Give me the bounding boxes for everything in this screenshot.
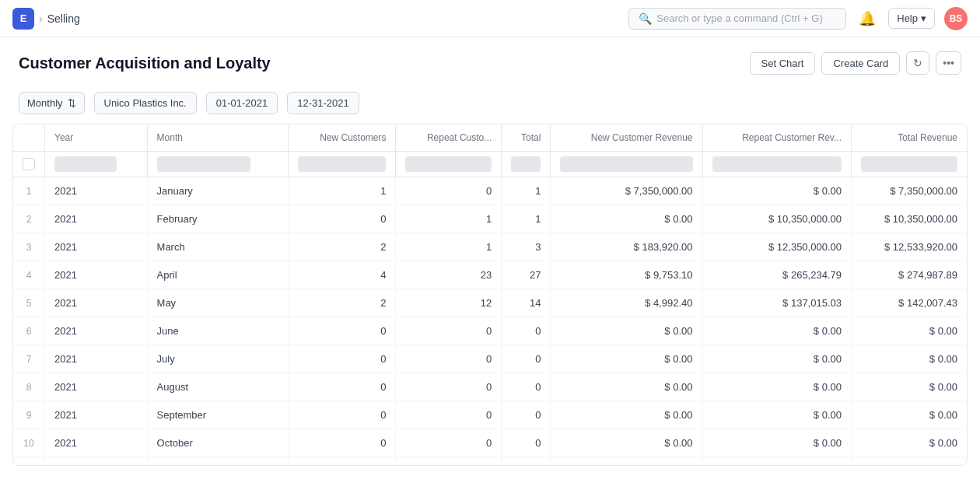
- row-index: 6: [13, 317, 45, 345]
- filter-repeat-cust-cell[interactable]: [396, 152, 502, 177]
- cell-total-revenue: $ 0.00: [851, 401, 967, 429]
- date-from-filter[interactable]: 01-01-2021: [206, 92, 278, 114]
- cell-new-revenue: $ 7,350,000.00: [551, 177, 702, 205]
- cell-total-revenue: $ 142,007.43: [851, 289, 967, 317]
- create-card-button[interactable]: Create Card: [821, 52, 900, 75]
- cell-repeat-customers: 23: [396, 261, 502, 289]
- set-chart-button[interactable]: Set Chart: [750, 52, 816, 75]
- cell-month: July: [147, 345, 289, 373]
- cell-new-revenue: $ 0.00: [551, 317, 702, 345]
- refresh-button[interactable]: ↻: [906, 51, 929, 75]
- cell-month: October: [147, 429, 289, 457]
- col-index: [13, 124, 45, 152]
- filter-new-rev-cell[interactable]: [551, 152, 702, 177]
- cell-repeat-customers: 0: [396, 177, 502, 205]
- table-row: 6 2021 June 0 0 0 $ 0.00 $ 0.00 $ 0.00: [13, 317, 967, 345]
- cell-month: May: [147, 289, 289, 317]
- cell-new-customers: 1: [289, 177, 396, 205]
- cell-repeat-customers: 0: [396, 457, 502, 467]
- row-index: 10: [13, 429, 45, 457]
- cell-repeat-customers: 0: [396, 401, 502, 429]
- cell-total-revenue: $ 274,987.89: [851, 261, 967, 289]
- cell-total: 0: [502, 345, 551, 373]
- table-row: 3 2021 March 2 1 3 $ 183,920.00 $ 12,350…: [13, 233, 967, 261]
- table-row: 9 2021 September 0 0 0 $ 0.00 $ 0.00 $ 0…: [13, 401, 967, 429]
- cell-month: March: [147, 233, 289, 261]
- cell-month: February: [147, 205, 289, 233]
- cell-new-revenue: $ 0.00: [551, 373, 702, 401]
- cell-repeat-revenue: $ 10,350,000.00: [702, 205, 851, 233]
- cell-total: 0: [502, 457, 551, 467]
- cell-month: January: [147, 177, 289, 205]
- search-icon: 🔍: [639, 12, 652, 25]
- top-navigation: E › Selling 🔍 Search or type a command (…: [0, 0, 980, 37]
- app-logo[interactable]: E: [12, 8, 34, 30]
- cell-total: 0: [502, 429, 551, 457]
- help-button[interactable]: Help ▾: [888, 8, 935, 29]
- filter-total-cell[interactable]: [502, 152, 551, 177]
- cell-new-customers: 0: [289, 345, 396, 373]
- row-index: 2: [13, 205, 45, 233]
- table-row: 8 2021 August 0 0 0 $ 0.00 $ 0.00 $ 0.00: [13, 373, 967, 401]
- cell-year: 2021: [45, 401, 148, 429]
- period-filter[interactable]: Monthly ⇅: [19, 92, 85, 114]
- cell-new-customers: 0: [289, 373, 396, 401]
- cell-year: 2021: [45, 233, 148, 261]
- cell-new-revenue: $ 0.00: [551, 205, 702, 233]
- col-month[interactable]: Month: [147, 124, 289, 152]
- cell-total-revenue: $ 7,350,000.00: [851, 177, 967, 205]
- cell-repeat-customers: 0: [396, 345, 502, 373]
- col-year[interactable]: Year: [45, 124, 148, 152]
- cell-repeat-revenue: $ 0.00: [702, 373, 851, 401]
- filter-total-rev-cell[interactable]: [851, 152, 967, 177]
- filter-month-cell[interactable]: [147, 152, 289, 177]
- cell-year: 2021: [45, 289, 148, 317]
- col-new-customers[interactable]: New Customers: [289, 124, 396, 152]
- date-to-filter[interactable]: 12-31-2021: [287, 92, 359, 114]
- filter-new-cust-cell[interactable]: [289, 152, 396, 177]
- header-action-buttons: Set Chart Create Card ↻ •••: [750, 51, 961, 75]
- user-avatar[interactable]: BS: [944, 7, 968, 30]
- cell-new-revenue: $ 0.00: [551, 401, 702, 429]
- company-filter[interactable]: Unico Plastics Inc.: [94, 92, 197, 114]
- cell-new-customers: 2: [289, 289, 396, 317]
- row-index: 1: [13, 177, 45, 205]
- cell-new-customers: 0: [289, 317, 396, 345]
- more-options-button[interactable]: •••: [936, 51, 961, 75]
- cell-new-revenue: $ 0.00: [551, 345, 702, 373]
- chevron-down-icon: ⇅: [68, 97, 76, 109]
- col-total[interactable]: Total: [502, 124, 551, 152]
- cell-year: 2021: [45, 429, 148, 457]
- filter-repeat-rev-cell[interactable]: [702, 152, 851, 177]
- cell-repeat-customers: 1: [396, 205, 502, 233]
- cell-repeat-revenue: $ 0.00: [702, 401, 851, 429]
- col-repeat-revenue[interactable]: Repeat Customer Rev...: [702, 124, 851, 152]
- col-new-revenue[interactable]: New Customer Revenue: [551, 124, 702, 152]
- cell-repeat-revenue: $ 0.00: [702, 317, 851, 345]
- cell-new-customers: 0: [289, 457, 396, 467]
- cell-repeat-customers: 0: [396, 317, 502, 345]
- cell-year: 2021: [45, 345, 148, 373]
- cell-year: 2021: [45, 261, 148, 289]
- cell-month: November: [147, 457, 289, 467]
- acquisition-loyalty-table: Year Month New Customers Repeat Custo...…: [13, 124, 967, 466]
- nav-right-actions: 🔍 Search or type a command (Ctrl + G) 🔔 …: [628, 7, 968, 30]
- row-index: 4: [13, 261, 45, 289]
- cell-total-revenue: $ 0.00: [851, 429, 967, 457]
- col-total-revenue[interactable]: Total Revenue: [851, 124, 967, 152]
- global-search[interactable]: 🔍 Search or type a command (Ctrl + G): [628, 8, 846, 30]
- cell-total-revenue: $ 12,533,920.00: [851, 233, 967, 261]
- cell-new-revenue: $ 183,920.00: [551, 233, 702, 261]
- filter-checkbox-cell[interactable]: [13, 152, 45, 177]
- col-repeat-customers[interactable]: Repeat Custo...: [396, 124, 502, 152]
- table-body: 1 2021 January 1 0 1 $ 7,350,000.00 $ 0.…: [13, 177, 967, 467]
- cell-month: August: [147, 373, 289, 401]
- cell-new-customers: 0: [289, 429, 396, 457]
- cell-repeat-revenue: $ 0.00: [702, 429, 851, 457]
- filter-year-cell[interactable]: [45, 152, 148, 177]
- cell-repeat-customers: 12: [396, 289, 502, 317]
- row-index: 8: [13, 373, 45, 401]
- notifications-button[interactable]: 🔔: [856, 7, 879, 30]
- table-row: 11 2021 November 0 0 0 $ 0.00 $ 0.00 $ 0…: [13, 457, 967, 467]
- cell-year: 2021: [45, 373, 148, 401]
